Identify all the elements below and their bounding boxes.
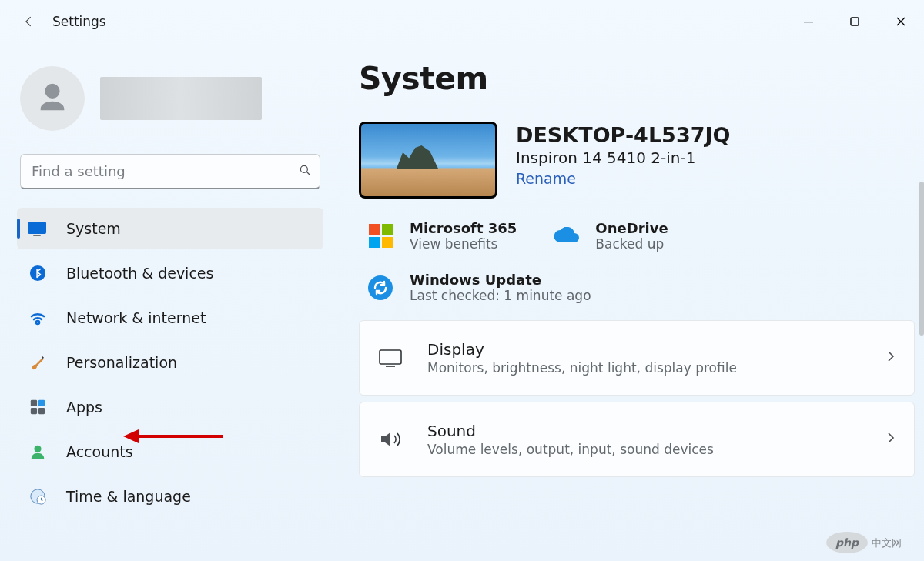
- nav-item-network[interactable]: Network & internet: [17, 297, 323, 339]
- svg-point-2: [300, 165, 307, 172]
- chevron-right-icon: [885, 432, 897, 447]
- device-info: DESKTOP-4L537JQ Inspiron 14 5410 2-in-1 …: [516, 122, 730, 187]
- app-title: Settings: [52, 14, 106, 29]
- status-microsoft365[interactable]: Microsoft 365 View benefits: [359, 217, 523, 255]
- microsoft-logo-icon: [365, 221, 396, 252]
- setting-sub: Volume levels, output, input, sound devi…: [427, 442, 862, 457]
- onedrive-icon: [551, 221, 581, 252]
- bluetooth-icon: [28, 263, 48, 283]
- search-box[interactable]: [20, 154, 320, 189]
- svg-rect-6: [31, 400, 37, 406]
- status-title: Windows Update: [410, 272, 591, 288]
- profile-block[interactable]: [17, 58, 323, 154]
- search-icon: [298, 163, 312, 180]
- nav-label: Accounts: [66, 443, 133, 460]
- status-sub: Backed up: [595, 236, 668, 252]
- svg-rect-14: [380, 350, 401, 364]
- settings-list: Display Monitors, brightness, night ligh…: [359, 320, 915, 477]
- minimize-button[interactable]: [785, 5, 832, 38]
- sound-icon: [377, 429, 404, 449]
- setting-sub: Monitors, brightness, night light, displ…: [427, 360, 862, 376]
- search-input[interactable]: [32, 163, 298, 179]
- svg-rect-4: [33, 235, 41, 236]
- close-button[interactable]: [878, 5, 924, 38]
- layout: System Bluetooth & devices Network & int…: [0, 43, 924, 561]
- avatar: [20, 66, 85, 131]
- window-controls: [785, 5, 924, 38]
- svg-rect-8: [31, 408, 37, 414]
- svg-rect-1: [851, 18, 859, 25]
- maximize-button[interactable]: [832, 5, 878, 38]
- search-wrap: [17, 154, 323, 208]
- watermark-brand: php: [835, 536, 859, 549]
- status-text: Windows Update Last checked: 1 minute ag…: [410, 272, 591, 303]
- watermark-text: 中文网: [872, 537, 902, 549]
- setting-title: Sound: [427, 422, 862, 440]
- titlebar-left: Settings: [3, 12, 106, 31]
- device-wallpaper-thumbnail[interactable]: [359, 122, 497, 199]
- setting-sound[interactable]: Sound Volume levels, output, input, soun…: [359, 402, 915, 477]
- wifi-icon: [28, 308, 48, 328]
- nav-label: Bluetooth & devices: [66, 265, 213, 282]
- status-windows-update[interactable]: Windows Update Last checked: 1 minute ag…: [359, 269, 598, 306]
- account-icon: [28, 442, 48, 462]
- page-title: System: [359, 60, 915, 97]
- device-name: DESKTOP-4L537JQ: [516, 123, 730, 147]
- nav-item-personalization[interactable]: Personalization: [17, 342, 323, 383]
- nav-label: Apps: [66, 399, 102, 416]
- status-title: Microsoft 365: [410, 220, 517, 236]
- scrollbar-thumb[interactable]: [919, 182, 924, 336]
- rename-link[interactable]: Rename: [516, 170, 730, 187]
- status-sub: Last checked: 1 minute ago: [410, 288, 591, 303]
- user-name-redacted: [100, 77, 262, 120]
- status-text: OneDrive Backed up: [595, 220, 668, 252]
- svg-point-13: [368, 275, 393, 300]
- nav-item-bluetooth[interactable]: Bluetooth & devices: [17, 252, 323, 294]
- system-icon: [28, 219, 48, 239]
- nav-label: Network & internet: [66, 309, 206, 326]
- clock-icon: [28, 486, 48, 506]
- watermark: php 中文网: [825, 530, 918, 558]
- nav-label: System: [66, 220, 121, 237]
- back-button[interactable]: [20, 12, 38, 31]
- setting-titles: Sound Volume levels, output, input, soun…: [427, 422, 862, 457]
- nav: System Bluetooth & devices Network & int…: [17, 208, 323, 517]
- brush-icon: [28, 352, 48, 372]
- svg-point-5: [30, 265, 45, 281]
- svg-rect-3: [28, 222, 46, 234]
- nav-label: Personalization: [66, 354, 177, 371]
- titlebar: Settings: [0, 0, 924, 43]
- svg-rect-9: [38, 408, 45, 414]
- setting-display[interactable]: Display Monitors, brightness, night ligh…: [359, 320, 915, 396]
- nav-item-apps[interactable]: Apps: [17, 386, 323, 428]
- update-icon: [365, 272, 396, 303]
- status-sub: View benefits: [410, 236, 517, 252]
- nav-item-accounts[interactable]: Accounts: [17, 431, 323, 473]
- svg-point-10: [34, 446, 41, 452]
- device-row: DESKTOP-4L537JQ Inspiron 14 5410 2-in-1 …: [359, 122, 915, 199]
- svg-rect-0: [804, 22, 813, 22]
- sidebar: System Bluetooth & devices Network & int…: [0, 43, 331, 561]
- chevron-right-icon: [885, 350, 897, 366]
- status-text: Microsoft 365 View benefits: [410, 220, 517, 252]
- setting-titles: Display Monitors, brightness, night ligh…: [427, 340, 862, 376]
- setting-title: Display: [427, 340, 862, 359]
- display-icon: [377, 348, 404, 368]
- status-onedrive[interactable]: OneDrive Backed up: [544, 217, 706, 255]
- nav-item-system[interactable]: System: [17, 208, 323, 249]
- nav-label: Time & language: [66, 488, 191, 505]
- status-row-2: Windows Update Last checked: 1 minute ag…: [359, 269, 915, 306]
- content: System DESKTOP-4L537JQ Inspiron 14 5410 …: [331, 43, 924, 561]
- device-model: Inspiron 14 5410 2-in-1: [516, 149, 730, 167]
- status-title: OneDrive: [595, 220, 668, 236]
- apps-icon: [28, 397, 48, 417]
- status-row: Microsoft 365 View benefits OneDrive Bac…: [359, 217, 915, 255]
- nav-item-time-language[interactable]: Time & language: [17, 476, 323, 517]
- svg-rect-7: [38, 400, 45, 406]
